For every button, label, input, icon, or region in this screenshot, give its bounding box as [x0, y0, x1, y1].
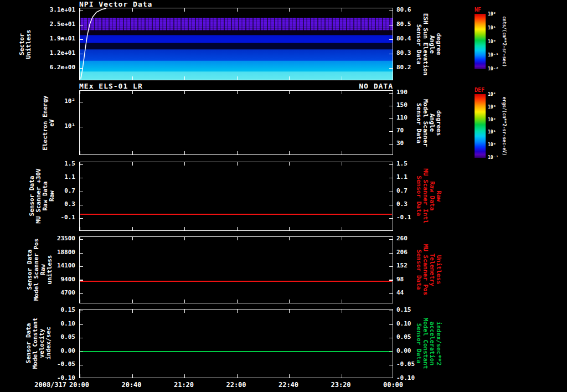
colorbar2 [475, 94, 486, 158]
y2-axis-label-p1: Sensor Data ESH Sun Elevation Angle degr… [415, 13, 442, 76]
y-axis-label-p1: Sector Unitless [19, 30, 32, 59]
y2-axis-label-p2: Sensor Data Model Scanner Angle degrees [415, 99, 442, 147]
tick-marks [389, 93, 393, 145]
tick-marks [389, 239, 393, 294]
tick-marks [80, 310, 393, 313]
y2-axis-label-p3: Sensor Data MU Scanner Intl Raw Data Raw [415, 168, 442, 223]
tick-marks [389, 164, 393, 219]
x-axis-ticks: 20:0020:4021:2022:0022:4023:2000:00 [67, 381, 405, 389]
axis-label-line: MU Scanner Pos [422, 244, 429, 296]
tick-marks [80, 164, 83, 219]
tick-marks [80, 227, 393, 230]
axis-label-line: Raw Data [429, 168, 435, 223]
tick-label: 2.5e+01 [40, 21, 75, 28]
axis-label-line: Unitless [435, 244, 442, 296]
axis-label-line: Telemetry [429, 244, 435, 296]
tick-label: 22:40 [276, 381, 301, 389]
tick-label: 1.5 [396, 161, 421, 167]
axis-label-line: Sensor Data [415, 168, 422, 223]
tick-label: 10⁻¹ [488, 155, 504, 160]
tick-marks [80, 8, 393, 12]
tick-label: 190 [396, 89, 419, 96]
tick-marks [80, 300, 393, 303]
axis-label-line: Angle [429, 13, 435, 76]
axis-label-line: Sensor Data [415, 99, 422, 147]
tick-label: 00:00 [381, 381, 405, 389]
tick-marks [80, 239, 83, 294]
tick-marks [389, 11, 393, 69]
panel-mu-scanner-30v [79, 162, 393, 231]
axis-label-line: MU Scanner Intl [422, 168, 429, 223]
panel-model-constant-velocity [79, 309, 393, 378]
tick-marks [80, 11, 83, 69]
tick-marks [80, 151, 393, 154]
tick-label: 260 [396, 235, 421, 242]
tick-marks [80, 374, 393, 378]
y-axis-label-p5: Sensor Data Model Constant velocity inde… [25, 318, 52, 369]
tick-label: 0.15 [47, 307, 75, 313]
tick-label: 20:40 [120, 381, 144, 389]
tick-marks [80, 311, 83, 378]
plot-screen: NPI Vector Data 3.1e+012.5e+011.9e+011.2… [0, 0, 567, 392]
axis-label-line: Sensor Data [415, 244, 422, 296]
tick-label: 10⁴ [488, 92, 504, 97]
tick-label: 80.6 [396, 7, 421, 13]
axis-label-line: Model Scanner [422, 99, 429, 147]
colorbar2-units: ergs/(cm**2-sr-sec-eV) [502, 97, 507, 156]
panel-npi-spectrogram [79, 8, 393, 80]
data-line-green [80, 351, 392, 352]
colorbar2-title: DEF [475, 87, 484, 93]
tick-label: 20:00 [67, 381, 91, 389]
panel-model-scanner-pos [79, 236, 393, 303]
axis-label-line: degree [435, 13, 442, 76]
axis-label-line: index/sec [45, 318, 52, 369]
tick-marks [80, 91, 393, 94]
tick-label: 10² [53, 98, 75, 105]
tick-marks [80, 162, 393, 166]
axis-label-line: eV [49, 95, 55, 150]
axis-ticks-left-p1: 3.1e+012.5e+011.9e+011.2e+016.2e+00 [40, 7, 75, 71]
axis-label-line: Raw [435, 168, 442, 223]
x-axis-date: 2008/317 [14, 381, 66, 389]
data-line-red [80, 214, 392, 215]
axis-label-line: acceleration [429, 318, 435, 369]
tick-marks [80, 102, 83, 127]
tick-label: 21:20 [172, 381, 196, 389]
tick-label: 22:00 [224, 381, 249, 389]
y2-axis-label-p4: Sensor Data MU Scanner Pos Telemetry Uni… [415, 244, 442, 296]
axis-ticks-left-p2: 10²10¹ [53, 98, 75, 130]
tick-marks [389, 311, 393, 378]
tick-marks [80, 76, 393, 80]
axis-label-line: Angle [429, 99, 435, 147]
axis-label-line: Model Constant [422, 318, 429, 369]
data-line-red [80, 281, 392, 282]
sun-elevation-line [80, 8, 393, 80]
axis-label-line: degrees [435, 99, 442, 147]
tick-label: 6.2e+00 [40, 64, 75, 71]
colorbar1-units: cnts/(cm**2-sr-sec) [502, 16, 507, 67]
axis-label-line: Sensor Data [415, 318, 422, 369]
tick-label: 0.15 [396, 307, 425, 313]
tick-label: 10⁻² [488, 66, 504, 71]
tick-label: 1.2e+01 [40, 50, 75, 56]
y-axis-label-p4: Sensor Data Model Scanner Pos Raw unitle… [27, 239, 53, 301]
tick-label: 10¹ [53, 123, 75, 130]
axis-label-line: ESH Sun Elevation [422, 13, 429, 76]
axis-label-line: unitless [47, 239, 53, 301]
tick-label: 1.9e+01 [40, 35, 75, 42]
tick-label: 3.1e+01 [40, 7, 75, 13]
axis-label-line: index/sec**2 [435, 318, 442, 369]
y-axis-label-p2: Electron Energy eV [42, 95, 55, 150]
page-title: NPI Vector Data [79, 0, 152, 8]
axis-label-line: Sensor Data [415, 13, 422, 76]
axis-label-line: Unitless [25, 30, 32, 59]
tick-label: 1.5 [51, 161, 75, 167]
y-axis-label-p3: Sensor Data MU Scanner +30V Raw Data Raw [29, 168, 55, 223]
no-data-label: NO DATA [79, 82, 393, 90]
y2-axis-label-p5: Sensor Data Model Constant acceleration … [415, 318, 442, 369]
panel-els-spectrogram [79, 90, 393, 155]
colorbar1-title: NF [475, 7, 481, 13]
axis-label-line: Raw [49, 168, 55, 223]
tick-label: 23:20 [329, 381, 353, 389]
tick-marks [80, 237, 393, 240]
